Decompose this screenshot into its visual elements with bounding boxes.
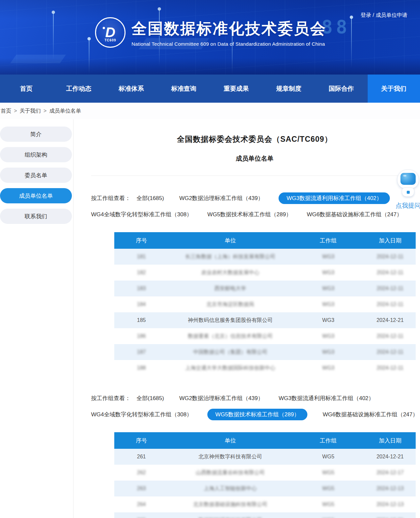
cell-unit: 北京数据基础设施科技有限公司 bbox=[169, 501, 292, 508]
banner-decoration bbox=[53, 13, 54, 60]
member-table-wg3: 序号 单位 工作组 加入日期 181 长三角数据（上海）科技发展有限公司 WG3… bbox=[114, 232, 416, 376]
filter-label: 按工作组查看： bbox=[91, 194, 131, 202]
filter-wg5-active[interactable]: WG5数据技术标准工作组（289） bbox=[207, 409, 307, 420]
filter-wg4[interactable]: WG4全域数字化转型标准工作组（308） bbox=[91, 409, 192, 420]
breadcrumb-home[interactable]: 首页 bbox=[1, 108, 11, 115]
filter-wg3-active[interactable]: WG3数据流通利用标准工作组（402） bbox=[279, 192, 390, 204]
table-row-261: 261 北京神州数字科技有限公司 WG5 2024-12-21 bbox=[114, 449, 416, 465]
col-header-no: 序号 bbox=[114, 437, 169, 444]
col-header-join-date: 加入日期 bbox=[364, 437, 416, 444]
cell-join-date: 2024-12-11 bbox=[364, 254, 416, 260]
table-header-row: 序号 单位 工作组 加入日期 bbox=[114, 232, 416, 249]
member-table-wg5: 序号 单位 工作组 加入日期 261 北京神州数字科技有限公司 WG5 2024… bbox=[114, 432, 416, 518]
cell-no: 187 bbox=[114, 349, 169, 355]
sidebar-item-committee-members[interactable]: 委员名单 bbox=[0, 168, 72, 183]
cell-workgroup: WG3 bbox=[292, 270, 364, 276]
cell-join-date: 2024-12-13 bbox=[364, 501, 416, 507]
table-row: 182 农业农村大数据发展中心 WG3 2024-12-11 bbox=[114, 265, 416, 281]
table-row: 262 山西数据流量谷科技有限公司 WG5 2024-12-17 bbox=[114, 465, 416, 481]
cell-workgroup: WG3 bbox=[292, 301, 364, 307]
cell-no: 262 bbox=[114, 470, 169, 476]
cell-join-date: 2024-12-11 bbox=[364, 301, 416, 307]
cell-unit: 神州数码信息服务集团股份有限公司 bbox=[169, 317, 292, 324]
logo-badge: TC609 bbox=[96, 38, 125, 42]
nav-item-about-us[interactable]: 关于我们 bbox=[368, 75, 420, 103]
filter-all[interactable]: 全部(1685) bbox=[136, 192, 164, 204]
filter-wg2[interactable]: WG2数据治理标准工作组（439） bbox=[179, 392, 263, 404]
cell-workgroup: WG3 bbox=[292, 333, 364, 339]
filter-wg3[interactable]: WG3数据流通利用标准工作组（402） bbox=[279, 392, 374, 404]
sidebar: 简介 组织架构 委员名单 成员单位名单 联系我们 bbox=[0, 119, 74, 518]
filter-all[interactable]: 全部(1685) bbox=[136, 392, 164, 404]
col-header-workgroup: 工作组 bbox=[292, 437, 364, 444]
cell-join-date: 2024-12-11 bbox=[364, 333, 416, 339]
col-header-join-date: 加入日期 bbox=[364, 237, 416, 244]
table-row: 186 数据要素（北京）信息技术有限公司 WG3 2024-12-11 bbox=[114, 328, 416, 344]
filter-wg5[interactable]: WG5数据技术标准工作组（289） bbox=[207, 209, 291, 220]
nav-item-regulations[interactable]: 规章制度 bbox=[263, 75, 315, 103]
table-row: 263 上海人工智能创新中心 WG5 2024-12-13 bbox=[114, 481, 416, 496]
sidebar-item-member-units[interactable]: 成员单位名单 bbox=[0, 188, 72, 203]
table-row: 181 长三角数据（上海）科技发展有限公司 WG3 2024-12-11 bbox=[114, 249, 416, 265]
cell-unit: 农业农村大数据发展中心 bbox=[169, 269, 292, 276]
cell-workgroup: WG3 bbox=[292, 317, 364, 323]
cell-join-date: 2024-12-21 bbox=[364, 454, 416, 460]
main-content: 全国数据标委会技术委员会（SAC/TC609） 成员单位名单 点我提问 按工作组… bbox=[74, 119, 420, 518]
nav-item-standard-search[interactable]: 标准查询 bbox=[158, 75, 210, 103]
cell-unit: 上海交通大学大数据国际科技创新中心 bbox=[169, 365, 292, 372]
site-brand: D TC609 全国数据标准化技术委员会 National Technical … bbox=[95, 17, 326, 48]
col-header-unit: 单位 bbox=[169, 237, 292, 244]
cell-unit: 长三角数据（上海）科技发展有限公司 bbox=[169, 253, 292, 260]
nav-item-international[interactable]: 国际合作 bbox=[315, 75, 368, 103]
login-apply-link[interactable]: 登录 / 成员单位申请 bbox=[361, 12, 407, 19]
cell-no: 182 bbox=[114, 270, 169, 276]
assistant-robot[interactable]: 点我提问 bbox=[394, 170, 420, 210]
filter-wg2[interactable]: WG2数据治理标准工作组（439） bbox=[179, 192, 263, 204]
cell-no: 263 bbox=[114, 486, 169, 492]
nav-item-standard-system[interactable]: 标准体系 bbox=[105, 75, 158, 103]
breadcrumb-separator: > bbox=[43, 108, 46, 114]
nav-item-key-results[interactable]: 重要成果 bbox=[210, 75, 263, 103]
filter-wg6[interactable]: WG6数据基础设施标准工作组（247） bbox=[323, 409, 418, 420]
cell-unit: 上海人工智能创新中心 bbox=[169, 485, 292, 492]
nav-item-work-news[interactable]: 工作动态 bbox=[53, 75, 105, 103]
cell-no: 181 bbox=[114, 254, 169, 260]
filter-wg4[interactable]: WG4全域数字化转型标准工作组（308） bbox=[91, 209, 192, 220]
robot-face-icon bbox=[400, 173, 416, 185]
sidebar-item-intro[interactable]: 简介 bbox=[0, 127, 72, 142]
nav-item-home[interactable]: 首页 bbox=[0, 75, 53, 103]
table-row: 187 中国数据公司（集团）有限公司 WG3 2024-12-11 bbox=[114, 344, 416, 360]
robot-icon bbox=[397, 170, 419, 189]
cell-workgroup: WG5 bbox=[292, 454, 364, 460]
logo-letter: D bbox=[105, 26, 115, 39]
cell-no: 183 bbox=[114, 285, 169, 291]
col-header-unit: 单位 bbox=[169, 437, 292, 444]
cell-unit: 西安邮电大学 bbox=[169, 285, 292, 292]
cell-unit: 数据智能研究科技有限公司 bbox=[169, 517, 292, 518]
cell-no: 184 bbox=[114, 301, 169, 307]
table-row: 265 数据智能研究科技有限公司 WG5 2024-12-21 bbox=[114, 512, 416, 518]
cell-unit: 北京神州数字科技有限公司 bbox=[169, 453, 292, 460]
sidebar-item-contact[interactable]: 联系我们 bbox=[0, 209, 72, 224]
cell-workgroup: WG3 bbox=[292, 349, 364, 355]
sidebar-item-organization[interactable]: 组织架构 bbox=[0, 147, 72, 162]
filter-wg6[interactable]: WG6数据基础设施标准工作组（247） bbox=[307, 209, 402, 220]
site-title: 全国数据标准化技术委员会 bbox=[131, 19, 326, 39]
page-title: 全国数据标委会技术委员会（SAC/TC609） bbox=[91, 134, 418, 144]
cell-workgroup: WG5 bbox=[292, 470, 364, 476]
page-subtitle: 成员单位名单 bbox=[91, 154, 418, 163]
site-banner: 88 登录 / 成员单位申请 D TC609 全国数据标准化技术委员会 Nati… bbox=[0, 0, 420, 75]
cell-no: 186 bbox=[114, 333, 169, 339]
table-header-row: 序号 单位 工作组 加入日期 bbox=[114, 432, 416, 449]
workgroup-filter-2: 按工作组查看： 全部(1685) WG2数据治理标准工作组（439） WG3数据… bbox=[91, 392, 418, 420]
cell-workgroup: WG5 bbox=[292, 501, 364, 507]
table-row: 184 北京市海淀区数据局 WG3 2024-12-11 bbox=[114, 296, 416, 312]
table-row: 183 西安邮电大学 WG3 2024-12-11 bbox=[114, 281, 416, 296]
cell-unit: 山西数据流量谷科技有限公司 bbox=[169, 469, 292, 476]
breadcrumb-member-list[interactable]: 成员单位名单 bbox=[49, 108, 81, 115]
cell-join-date: 2024-12-17 bbox=[364, 470, 416, 476]
cell-unit: 北京市海淀区数据局 bbox=[169, 301, 292, 308]
cell-no: 185 bbox=[114, 317, 169, 323]
breadcrumb-about[interactable]: 关于我们 bbox=[20, 108, 41, 115]
assistant-label[interactable]: 点我提问 bbox=[394, 201, 420, 210]
